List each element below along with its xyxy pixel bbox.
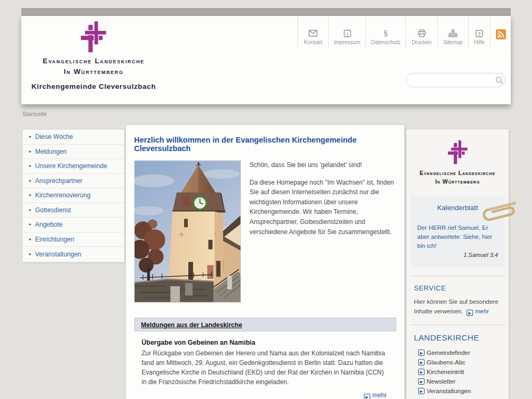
- breadcrumb[interactable]: Startseite: [22, 111, 47, 117]
- toolbar-item-kontakt[interactable]: Kontakt: [297, 16, 328, 48]
- header-toolbar: Kontakt i Impressum § Datenschutz Drucke…: [297, 16, 511, 48]
- link-label: Kircheneintritt: [427, 369, 464, 375]
- nav-label: Gottesdienst: [35, 206, 71, 214]
- play-icon: ▶: [467, 310, 473, 316]
- main-navigation: ▸Diese Woche ▸Meldungen ▸Unsere Kircheng…: [22, 129, 124, 262]
- search-button[interactable]: [495, 76, 504, 85]
- nav-item-angebote[interactable]: ▸Angebote: [23, 218, 124, 232]
- news-more-link[interactable]: mehr: [372, 392, 387, 399]
- nav-label: Diese Woche: [35, 133, 73, 140]
- link-veranstaltungen[interactable]: ▶Veranstaltungen: [418, 388, 501, 394]
- kalenderblatt-widget: Kalenderblatt Der HERR rief Samuel. Er a…: [411, 195, 504, 268]
- landeskirche-section: LANDESKIRCHE ▶Gemeindefinder ▶Glaubens-A…: [406, 333, 509, 394]
- nav-item-ansprechpartner[interactable]: ▸Ansprechpartner: [23, 174, 124, 189]
- mail-icon: [309, 29, 318, 38]
- link-kircheneintritt[interactable]: ▶Kircheneintritt: [418, 369, 501, 375]
- play-icon: ▶: [364, 394, 370, 399]
- sidebar-logo[interactable]: Evangelische Landeskirche In Württemberg: [406, 140, 509, 186]
- toolbar-item-drucken[interactable]: Drucken: [405, 16, 437, 48]
- arrow-right-icon: ▸: [29, 135, 31, 139]
- sidebar-org-line2: In Württemberg: [406, 178, 509, 186]
- news-section-title[interactable]: Meldungen aus der Landeskirche: [141, 321, 242, 329]
- play-icon: ▶: [418, 378, 425, 385]
- cross-logo-icon: [448, 140, 468, 164]
- arrow-right-icon: ▸: [29, 164, 31, 168]
- link-label: Veranstaltungen: [427, 388, 471, 394]
- nav-item-kirchenrenovierung[interactable]: ▸Kirchenrenovierung: [23, 188, 124, 203]
- site-name: Kirchengemeinde Cleversulzbach: [24, 82, 163, 90]
- nav-item-einrichtungen[interactable]: ▸Einrichtungen: [23, 232, 124, 247]
- service-text: Hier können Sie auf besondere Inhalte ve…: [414, 297, 501, 317]
- search-input[interactable]: [413, 77, 495, 84]
- nav-item-unsere-kirchengemeinde[interactable]: ▸Unsere Kirchengemeinde: [23, 159, 124, 174]
- arrow-right-icon: ▸: [29, 149, 31, 154]
- link-label: Newsletter: [427, 378, 455, 385]
- toolbar-item-datenschutz[interactable]: § Datenschutz: [365, 16, 405, 48]
- play-icon: ▶: [418, 359, 425, 365]
- org-name-line1: Evangelische Landeskirche: [24, 56, 163, 66]
- info-icon: i: [344, 29, 351, 38]
- rss-button[interactable]: [491, 16, 511, 48]
- news-more-row: ▶mehr: [142, 387, 389, 399]
- nav-item-meldungen[interactable]: ▸Meldungen: [23, 145, 124, 160]
- landeskirche-heading[interactable]: LANDESKIRCHE: [414, 333, 501, 342]
- nav-label: Meldungen: [35, 148, 66, 155]
- nav-item-diese-woche[interactable]: ▸Diese Woche: [23, 130, 124, 145]
- arrow-right-icon: ▸: [29, 237, 31, 242]
- link-label: Gemeindefinder: [427, 350, 470, 356]
- toolbar-label: Kontakt: [304, 39, 322, 45]
- service-heading[interactable]: SERVICE: [414, 284, 501, 292]
- arrow-right-icon: ▸: [29, 222, 31, 227]
- service-section: SERVICE Hier können Sie auf besondere In…: [406, 284, 509, 317]
- sidebar-org-line1: Evangelische Landeskirche: [406, 169, 509, 178]
- divider: [411, 325, 504, 325]
- toolbar-item-hilfe[interactable]: ? Hilfe: [468, 16, 491, 48]
- toolbar-label: Drucken: [412, 39, 431, 45]
- news-section-header: Meldungen aus der Landeskirche: [134, 318, 396, 331]
- nav-label: Einrichtungen: [35, 236, 74, 243]
- toolbar-item-sitemap[interactable]: Sitemap: [437, 16, 468, 48]
- landeskirche-links: ▶Gemeindefinder ▶Glaubens-Abc ▶Kirchenei…: [414, 350, 501, 394]
- search-icon: [495, 76, 504, 85]
- paragraph-icon: §: [384, 29, 388, 38]
- news-title: Übergabe von Gebeinen an Namibia: [142, 339, 389, 346]
- link-glaubens-abc[interactable]: ▶Glaubens-Abc: [418, 359, 501, 365]
- play-icon: ▶: [418, 388, 425, 394]
- main-content: Herzlich willkommen in der Evangelischen…: [126, 125, 404, 399]
- link-label: Glaubens-Abc: [427, 359, 466, 365]
- play-icon: ▶: [418, 369, 425, 375]
- play-icon: ▶: [418, 350, 425, 356]
- church-photo: [134, 160, 241, 303]
- nav-label: Ansprechpartner: [35, 177, 82, 185]
- cross-logo-icon: [81, 20, 106, 53]
- toolbar-label: Impressum: [334, 39, 360, 45]
- toolbar-item-impressum[interactable]: i Impressum: [328, 16, 365, 48]
- nav-item-veranstaltungen[interactable]: ▸Veranstaltungen: [23, 247, 124, 262]
- arrow-right-icon: ▸: [29, 179, 31, 183]
- toolbar-label: Sitemap: [443, 39, 463, 45]
- news-text: Zur Rückgabe von Gebeinen der Herero und…: [142, 348, 389, 387]
- toolbar-label: Hilfe: [474, 39, 485, 45]
- link-newsletter[interactable]: ▶Newsletter: [418, 378, 501, 385]
- link-gemeindefinder[interactable]: ▶Gemeindefinder: [418, 350, 501, 356]
- search-box: [406, 73, 505, 87]
- service-more-link[interactable]: mehr: [475, 308, 489, 314]
- nav-item-gottesdienst[interactable]: ▸Gottesdienst: [23, 203, 124, 218]
- arrow-right-icon: ▸: [29, 252, 31, 256]
- top-strip: [21, 8, 511, 16]
- page-title: Herzlich willkommen in der Evangelischen…: [134, 136, 396, 153]
- kalenderblatt-reference: 1.Samuel 3,4: [417, 252, 498, 258]
- svg-text:i: i: [346, 31, 348, 36]
- arrow-right-icon: ▸: [29, 193, 31, 197]
- sitemap-icon: [448, 29, 458, 38]
- kalenderblatt-title[interactable]: Kalenderblatt: [417, 204, 498, 212]
- nav-label: Kirchenrenovierung: [35, 192, 90, 199]
- rss-icon: [496, 29, 506, 39]
- right-sidebar: Evangelische Landeskirche In Württemberg…: [406, 129, 509, 399]
- nav-label: Unsere Kirchengemeinde: [35, 162, 107, 170]
- printer-icon: [418, 29, 426, 38]
- news-list: Übergabe von Gebeinen an Namibia Zur Rüc…: [134, 331, 396, 399]
- org-name-line2: In Württemberg: [24, 66, 163, 77]
- news-item: Übergabe von Gebeinen an Namibia Zur Rüc…: [134, 331, 396, 399]
- site-logo[interactable]: Evangelische Landeskirche In Württemberg…: [24, 20, 163, 90]
